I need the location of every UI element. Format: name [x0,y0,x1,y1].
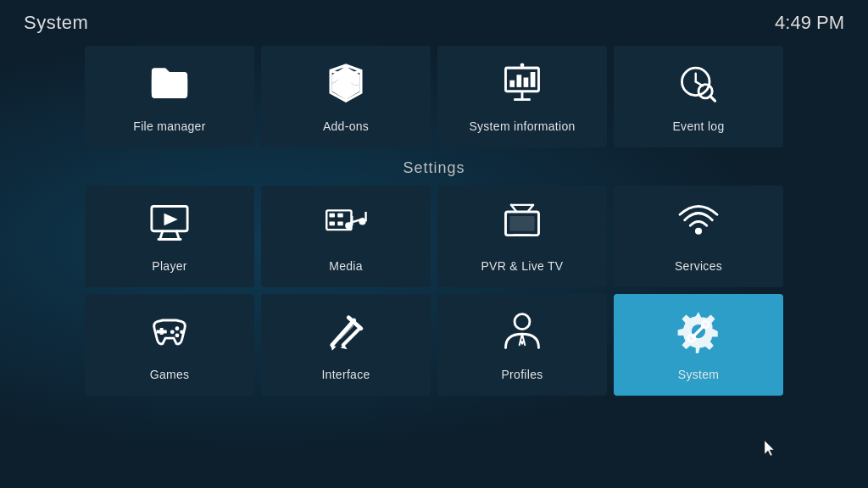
page-title: System [24,12,88,34]
top-tiles-row: File manager Add-ons [0,46,868,147]
tile-system-label: System [678,368,719,381]
tile-interface-label: Interface [321,368,370,381]
tile-add-ons[interactable]: Add-ons [261,46,431,147]
svg-line-43 [332,320,354,345]
folder-icon [147,61,192,111]
eventlog-icon [676,61,721,111]
tile-profiles-label: Profiles [501,368,542,381]
settings-label: Settings [0,159,868,177]
tile-pvr[interactable]: PVR & Live TV [437,186,607,287]
tile-event-log-label: Event log [672,119,724,133]
svg-rect-4 [509,80,515,86]
svg-point-9 [520,63,525,67]
settings-row-2: Games Interface [0,294,868,396]
svg-rect-22 [337,213,343,217]
cursor [765,441,776,456]
app-container: System 4:49 PM File manager [0,0,868,488]
tile-media-label: Media [329,259,363,273]
tile-file-manager-label: File manager [133,119,205,133]
svg-rect-23 [330,221,336,225]
header: System 4:49 PM [0,0,868,46]
svg-marker-16 [164,213,178,225]
tile-event-log[interactable]: Event log [614,46,783,147]
tile-system[interactable]: System [614,294,783,396]
svg-line-14 [710,96,715,101]
tile-system-information[interactable]: System information [437,46,607,147]
system-icon [676,309,721,359]
svg-line-17 [160,230,163,239]
svg-rect-38 [157,330,167,333]
svg-rect-24 [337,221,343,225]
tile-games-label: Games [150,368,190,381]
svg-marker-45 [331,345,337,351]
interface-icon [324,309,368,359]
tile-interface[interactable]: Interface [261,294,431,396]
tile-add-ons-label: Add-ons [323,119,369,133]
addons-icon [324,61,368,111]
svg-point-36 [695,227,702,234]
tile-services[interactable]: Services [614,186,783,287]
services-icon [676,201,721,251]
games-icon [147,309,192,359]
player-icon [147,201,192,251]
svg-marker-48 [341,345,348,349]
svg-point-42 [170,330,175,334]
profiles-icon [500,309,544,359]
svg-point-49 [515,313,530,329]
tile-player[interactable]: Player [85,186,254,287]
svg-point-41 [175,333,180,337]
media-icon [324,201,368,251]
svg-rect-5 [517,75,522,87]
svg-rect-7 [531,72,536,87]
svg-line-18 [176,230,179,239]
tile-games[interactable]: Games [85,294,254,396]
clock: 4:49 PM [775,12,844,34]
tile-file-manager[interactable]: File manager [85,46,254,147]
tile-media[interactable]: Media [261,186,431,287]
tile-services-label: Services [675,259,722,273]
tile-system-info-label: System information [469,119,575,133]
pvr-icon [500,201,544,251]
settings-row-1: Player Media [0,186,868,287]
sysinfo-icon [500,61,544,111]
svg-rect-6 [524,77,529,86]
svg-point-40 [180,330,184,334]
svg-rect-21 [330,213,336,217]
tile-profiles[interactable]: Profiles [437,294,607,396]
svg-point-39 [175,326,180,330]
svg-rect-34 [509,215,534,230]
tile-pvr-label: PVR & Live TV [481,259,563,273]
tile-player-label: Player [152,259,186,273]
